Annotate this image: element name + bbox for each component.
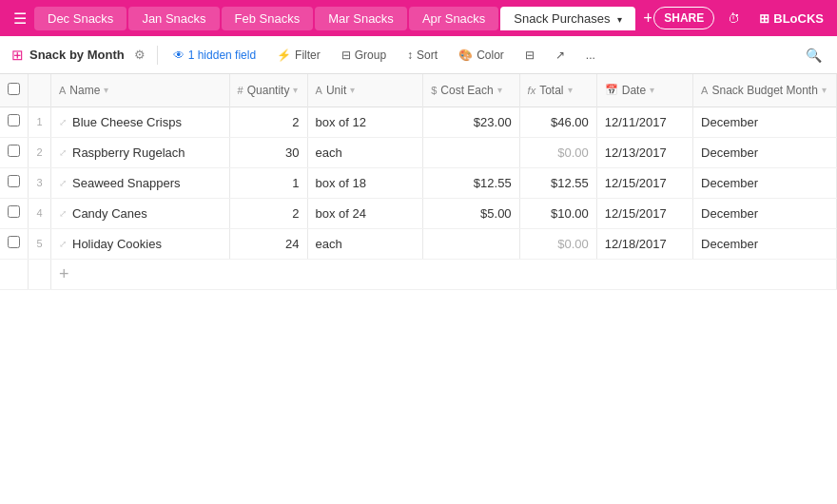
header-budget[interactable]: A Snack Budget Month ▾ (693, 74, 837, 107)
row-unit-cell[interactable]: box of 24 (307, 198, 423, 228)
row-name-cell[interactable]: ⤢ Raspberry Rugelach (51, 137, 230, 167)
history-button[interactable]: ⏱ (722, 8, 746, 29)
filter-button[interactable]: ⚡ Filter (269, 45, 328, 66)
select-all-checkbox[interactable] (8, 83, 20, 95)
expand-icon[interactable]: ⤢ (59, 208, 67, 219)
row-budget-cell[interactable]: December (693, 228, 837, 259)
row-qty-cell[interactable]: 2 (229, 198, 307, 228)
name-sort-icon[interactable]: ▾ (104, 85, 108, 95)
add-row[interactable]: + (0, 259, 837, 289)
row-cost-cell[interactable] (423, 137, 519, 167)
date-col-label: Date (622, 84, 646, 97)
row-date: 12/11/2017 (605, 115, 667, 129)
row-total-cell[interactable]: $0.00 (519, 137, 596, 167)
sort-button[interactable]: ↕ Sort (399, 45, 445, 66)
row-total-cell[interactable]: $0.00 (519, 228, 596, 259)
row-checkbox-cell[interactable] (0, 198, 29, 228)
row-total-cell[interactable]: $12.55 (519, 167, 596, 198)
tab-feb[interactable]: Feb Snacks (222, 7, 314, 30)
unit-col-icon: A (316, 85, 322, 96)
add-row-label[interactable]: + (51, 259, 837, 289)
row-qty-cell[interactable]: 2 (229, 107, 307, 137)
row-date-cell[interactable]: 12/11/2017 (596, 107, 692, 137)
row-name-cell[interactable]: ⤢ Blue Cheese Crisps (51, 107, 230, 137)
row-qty-cell[interactable]: 1 (229, 167, 307, 198)
tab-jan[interactable]: Jan Snacks (128, 7, 219, 30)
expand-icon[interactable]: ⤢ (59, 147, 67, 158)
row-cost-cell[interactable] (423, 228, 519, 259)
row-budget-cell[interactable]: December (693, 167, 837, 198)
row-budget-cell[interactable]: December (693, 198, 837, 228)
row-budget-cell[interactable]: December (693, 107, 837, 137)
tab-mar[interactable]: Mar Snacks (315, 7, 407, 30)
share-button[interactable]: SHARE (653, 7, 714, 29)
row-qty-cell[interactable]: 30 (229, 137, 307, 167)
row-date-cell[interactable]: 12/15/2017 (596, 198, 692, 228)
row-checkbox-cell[interactable] (0, 137, 29, 167)
row-budget-cell[interactable]: December (693, 137, 837, 167)
row-checkbox-cell[interactable] (0, 107, 29, 137)
expand-icon[interactable]: ⤢ (59, 117, 67, 127)
row-name-cell[interactable]: ⤢ Seaweed Snappers (51, 167, 230, 198)
row-cost-cell[interactable]: $23.00 (423, 107, 519, 137)
header-cost[interactable]: $ Cost Each ▾ (423, 74, 519, 107)
header-name[interactable]: A Name ▾ (51, 74, 230, 107)
tab-snack-purchases[interactable]: Snack Purchases ▾ (500, 7, 635, 30)
unit-sort-icon[interactable]: ▾ (350, 85, 355, 95)
hidden-field-button[interactable]: 👁 1 hidden field (165, 45, 263, 66)
row-checkbox[interactable] (8, 145, 20, 157)
header-quantity[interactable]: # Quantity ▾ (229, 74, 307, 107)
header-total[interactable]: fx Total ▾ (519, 74, 596, 107)
row-checkbox[interactable] (8, 205, 20, 218)
row-date-cell[interactable]: 12/13/2017 (596, 137, 692, 167)
row-date-cell[interactable]: 12/15/2017 (596, 167, 692, 198)
row-cost-cell[interactable]: $5.00 (423, 198, 519, 228)
row-unit-cell[interactable]: box of 18 (307, 167, 423, 198)
toolbar-left: ⊞ Snack by Month ⚙ 👁 1 hidden field ⚡ Fi… (11, 45, 798, 66)
row-checkbox[interactable] (8, 114, 20, 126)
row-checkbox-cell[interactable] (0, 228, 29, 259)
row-qty-cell[interactable]: 24 (229, 228, 307, 259)
row-height-button[interactable]: ⊟ (517, 45, 542, 66)
group-button[interactable]: ⊟ Group (334, 45, 394, 66)
expand-icon[interactable]: ⤢ (59, 178, 67, 188)
name-col-label: Name (69, 84, 100, 97)
row-unit-cell[interactable]: each (307, 228, 423, 259)
row-number: 5 (29, 228, 51, 259)
row-checkbox[interactable] (8, 236, 20, 248)
row-unit-cell[interactable]: each (307, 137, 423, 167)
row-name-cell[interactable]: ⤢ Candy Canes (51, 198, 230, 228)
menu-button[interactable]: ☰ (8, 6, 32, 31)
header-date[interactable]: 📅 Date ▾ (596, 74, 692, 107)
row-total-cell[interactable]: $10.00 (519, 198, 596, 228)
qty-sort-icon[interactable]: ▾ (293, 85, 298, 95)
add-tab-button[interactable]: + (637, 7, 652, 30)
tab-bar: ☰ Dec Snacks Jan Snacks Feb Snacks Mar S… (0, 0, 837, 36)
row-cost-cell[interactable]: $12.55 (423, 167, 519, 198)
row-checkbox-cell[interactable] (0, 167, 29, 198)
color-button[interactable]: 🎨 Color (451, 45, 512, 66)
row-total-cell[interactable]: $46.00 (519, 107, 596, 137)
header-unit[interactable]: A Unit ▾ (307, 74, 423, 107)
more-button[interactable]: ... (578, 45, 603, 66)
budget-sort-icon[interactable]: ▾ (822, 85, 827, 95)
filter-icon: ⚡ (277, 48, 291, 62)
row-unit-cell[interactable]: box of 12 (307, 107, 423, 137)
date-sort-icon[interactable]: ▾ (650, 85, 654, 95)
search-button[interactable]: 🔍 (802, 44, 826, 67)
row-date-cell[interactable]: 12/18/2017 (596, 228, 692, 259)
share-view-button[interactable]: ↗ (548, 45, 573, 66)
row-checkbox[interactable] (8, 175, 20, 187)
more-label: ... (586, 48, 595, 62)
cost-col-icon: $ (431, 85, 437, 96)
total-sort-icon[interactable]: ▾ (568, 85, 573, 95)
row-number: 3 (29, 167, 51, 198)
row-height-icon: ⊟ (525, 48, 535, 62)
view-settings-button[interactable]: ⚙ (130, 46, 149, 64)
tab-apr[interactable]: Apr Snacks (409, 7, 498, 30)
blocks-button[interactable]: ⊞ BLoCKS (753, 8, 829, 29)
cost-sort-icon[interactable]: ▾ (497, 85, 502, 95)
tab-dec[interactable]: Dec Snacks (34, 7, 127, 30)
expand-icon[interactable]: ⤢ (59, 239, 67, 249)
row-name-cell[interactable]: ⤢ Holiday Cookies (51, 228, 230, 259)
